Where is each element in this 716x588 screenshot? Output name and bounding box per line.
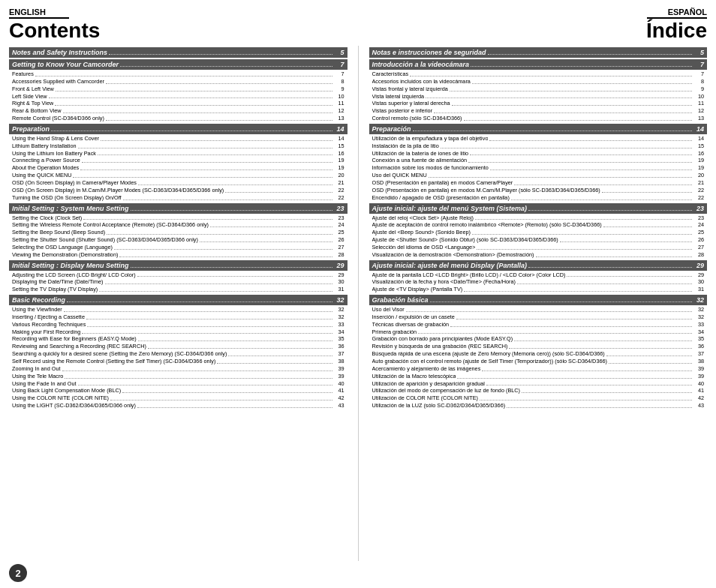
toc-item: About the Operation Modes19 [9, 164, 347, 172]
toc-item: Lithium Battery Installation15 [9, 142, 347, 150]
en-column: Notes and Safety Instructions5Getting to… [9, 46, 347, 561]
toc-item: Búsqueda rápida de una escena (ajuste de… [369, 350, 708, 358]
toc-item: Using the Fade In and Out40 [9, 380, 347, 388]
toc-item: Uso del QUICK MENU20 [369, 172, 708, 179]
toc-item: Front & Left View9 [9, 86, 347, 93]
toc-item: Ajuste de <TV Display> (Pantalla TV)31 [369, 286, 708, 293]
en-title: Contents [9, 20, 100, 41]
toc-item: Conexión a una fuente de alimentación19 [369, 157, 708, 164]
toc-item: Using the Lithium Ion Battery Pack16 [9, 150, 347, 158]
section-header: Initial Setting : System Menu Setting23 [9, 203, 347, 214]
toc-item: Visualización de la demostración <Demons… [369, 251, 708, 259]
toc-item: Using the Tele Macro39 [9, 373, 347, 380]
toc-item: Setting the Beep Sound (Beep Sound)25 [9, 229, 347, 236]
toc-item: Características7 [369, 70, 708, 78]
toc-item: Utilización de aparición y desaparición … [369, 380, 708, 388]
toc-item: Técnicas diversas de grabación33 [369, 321, 708, 328]
main-titles: Contents Índice [9, 20, 707, 41]
toc-item: Making your First Recording34 [9, 328, 347, 336]
toc-item: Left Side View10 [9, 93, 347, 100]
page-number: 2 [9, 564, 27, 582]
toc-item: Self Record using the Remote Control (Se… [9, 358, 347, 365]
toc-item: Viewing the Demonstration (Demonstration… [9, 251, 347, 259]
toc-item: Using the COLOR NITE (COLOR NITE)42 [9, 394, 347, 402]
section-header: Notes and Safety Instructions5 [9, 47, 347, 58]
toc-item: Utilización de la Macro telescópica39 [369, 373, 708, 380]
toc-item: Connecting a Power Source19 [9, 157, 347, 164]
toc-item: Ajuste del <Beep Sound> (Sonido Beep)25 [369, 229, 708, 236]
toc-item: Using the LIGHT (SC-D362/D364/D365/D366 … [9, 402, 347, 410]
toc-item: Utilización de COLOR NITE (COLOR NITE)42 [369, 394, 708, 402]
toc-item: Zooming In and Out39 [9, 365, 347, 373]
toc-item: Utilización del modo de compensación de … [369, 387, 708, 394]
toc-item: Displaying the Date/Time (Date/Time)30 [9, 278, 347, 286]
toc-item: Utilización de la batería de iones de li… [369, 150, 708, 158]
toc-item: Ajuste de la pantalla LCD <LCD Bright> (… [369, 272, 708, 279]
section-header: Ajuste inicial: ajuste del menú Display … [369, 260, 708, 271]
toc-item: OSD (Presentación en pantalla) en modos … [369, 179, 708, 187]
toc-item: Inserting / Ejecting a Cassette32 [9, 314, 347, 321]
toc-item: Adjusting the LCD Screen (LCD Bright/ LC… [9, 272, 347, 279]
toc-item: Vistas posterior e inferior12 [369, 107, 708, 115]
toc-item: Información sobre los modos de funcionam… [369, 164, 708, 172]
toc-item: Accessories Supplied with Camcorder8 [9, 78, 347, 86]
column-divider [358, 46, 359, 561]
toc-item: Setting the TV Display (TV Display)31 [9, 286, 347, 293]
toc-item: Setting the Shutter Sound (Shutter Sound… [9, 236, 347, 244]
section-header: Notas e instrucciones de seguridad5 [369, 47, 708, 58]
toc-item: Using Back Light Compensation Mode (BLC)… [9, 387, 347, 394]
toc-item: Primera grabación34 [369, 328, 708, 336]
section-header: Basic Recording32 [9, 295, 347, 305]
toc-item: OSD (On Screen Display) in M.Cam/M.Playe… [9, 187, 347, 194]
toc-item: Control remoto (sólo SC-D364/D366)13 [369, 115, 708, 122]
page-container: ENGLISH ESPAÑOL Contents Índice Notes an… [0, 0, 716, 588]
toc-item: Encendido / apagado de OSD (presentación… [369, 194, 708, 202]
toc-item: Features7 [9, 70, 347, 78]
section-header: Initial Setting : Display Menu Setting29 [9, 260, 347, 271]
toc-item: Auto grabación con el control remoto (aj… [369, 358, 708, 365]
toc-item: Vista lateral izquierda10 [369, 93, 708, 100]
section-header: Preparación14 [369, 124, 708, 134]
toc-item: Revisión y búsqueda de una grabación (RE… [369, 343, 708, 350]
toc-item: Using the Viewfinder32 [9, 306, 347, 314]
toc-item: Utilización de la LUZ (sólo SC-D362/D364… [369, 402, 708, 410]
toc-item: Remote Control (SC-D364/D366 only)13 [9, 115, 347, 122]
toc-item: Accesorios incluidos con la videocámara8 [369, 78, 708, 86]
toc-item: Vistas superior y lateral derecha11 [369, 100, 708, 107]
toc-item: Setting the Clock (Clock Set)23 [9, 214, 347, 222]
toc-item: Instalación de la pila de litio15 [369, 142, 708, 150]
toc-item: Using the Hand Strap & Lens Cover14 [9, 135, 347, 142]
section-header: Introducción a la videocámara7 [369, 59, 708, 70]
toc-item: Ajuste del reloj <Clock Set> (Ajuste Rel… [369, 214, 708, 222]
bottom-bar: 2 [9, 564, 707, 582]
section-header: Ajuste inicial: ajuste del menú System (… [369, 203, 708, 214]
english-label: ENGLISH [9, 8, 69, 19]
toc-item: Using the QUICK MENU20 [9, 172, 347, 179]
toc-item: Utilización de la empuñadura y tapa del … [369, 135, 708, 142]
toc-item: Recording with Ease for Beginners (EASY.… [9, 335, 347, 343]
toc-item: Grabación con borrado para principiantes… [369, 335, 708, 343]
toc-item: Rear & Bottom View12 [9, 107, 347, 115]
toc-item: Visualización de la fecha y hora <Date/T… [369, 278, 708, 286]
espanol-label: ESPAÑOL [647, 8, 707, 19]
toc-item: Inserción / expulsión de un casete32 [369, 314, 708, 321]
toc-item: Vistas frontal y lateral izquierda9 [369, 86, 708, 93]
es-column: Notas e instrucciones de seguridad5Intro… [369, 46, 708, 561]
top-header: ENGLISH ESPAÑOL [9, 8, 707, 19]
section-header: Grabación básica32 [369, 295, 708, 305]
section-header: Preparation14 [9, 124, 347, 134]
toc-item: Ajuste de aceptación de control remoto i… [369, 221, 708, 229]
toc-item: Setting the Wireless Remote Control Acce… [9, 221, 347, 229]
toc-item: Right & Top View11 [9, 100, 347, 107]
toc-item: Turning the OSD (On Screen Display) On/O… [9, 194, 347, 202]
section-header: Getting to Know Your Camcorder7 [9, 59, 347, 70]
toc-item: Reviewing and Searching a Recording (REC… [9, 343, 347, 350]
es-title: Índice [646, 20, 707, 41]
toc-item: Selección del idioma de OSD <Language>27 [369, 244, 708, 251]
toc-item: Uso del Visor32 [369, 306, 708, 314]
toc-item: Various Recording Techniques33 [9, 321, 347, 328]
toc-item: OSD (On Screen Display) in Camera/Player… [9, 179, 347, 187]
toc-columns: Notes and Safety Instructions5Getting to… [9, 46, 707, 561]
toc-item: Selecting the OSD Language (Language)27 [9, 244, 347, 251]
toc-item: OSD (Presentación en pantalla) en modos … [369, 187, 708, 194]
